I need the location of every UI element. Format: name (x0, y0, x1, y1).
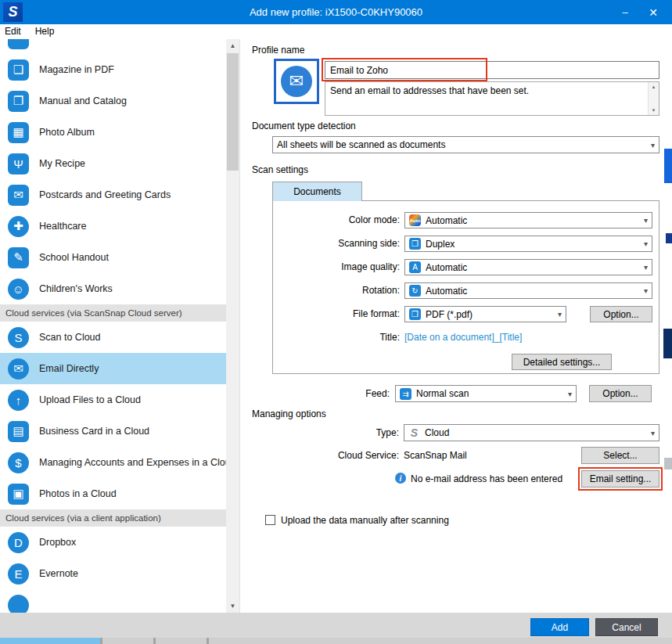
chevron-down-icon: ▾ (644, 239, 648, 248)
scroll-up-icon[interactable]: ▲ (649, 82, 659, 92)
sidebar-section-client-app: Cloud services (via a client application… (0, 509, 227, 527)
minimize-button[interactable]: – (613, 0, 638, 24)
document-type-label: Document type detection (252, 121, 356, 131)
email-setting-button[interactable]: Email setting... (581, 470, 659, 487)
sidebar-item-business-card-cloud[interactable]: ▤ Business Card in a Cloud (0, 416, 227, 447)
background-artifact (664, 458, 672, 470)
profile-description-input[interactable]: Send an email to addresses that have bee… (325, 81, 659, 116)
chevron-down-icon: ▾ (651, 141, 655, 149)
chevron-down-icon: ▾ (568, 390, 572, 398)
sidebar-item-dropbox[interactable]: D Dropbox (0, 527, 227, 558)
chevron-down-icon: ▾ (644, 216, 648, 225)
sidebar-item-evernote[interactable]: E Evernote (0, 558, 227, 589)
sidebar-item-scan-to-cloud[interactable]: S Scan to Cloud (0, 322, 227, 353)
upload-manually-checkbox[interactable] (265, 515, 275, 525)
duplex-icon: ❐ (409, 238, 421, 250)
sidebar-item-photo-album[interactable]: ▦ Photo Album (0, 117, 227, 148)
menu-edit[interactable]: Edit (0, 24, 28, 39)
document-type-select[interactable]: All sheets will be scanned as documents … (272, 136, 659, 153)
photo-album-icon: ▦ (8, 122, 29, 143)
profile-name-input[interactable] (325, 61, 659, 79)
type-label: Type: (287, 424, 399, 441)
chevron-down-icon: ▾ (558, 310, 562, 318)
profile-settings-pane: Profile name ✉ Send an email to addresse… (240, 39, 661, 613)
feed-icon: ⇉ (400, 388, 411, 400)
upload-arrow-icon: ↑ (8, 390, 29, 411)
upload-manually-label[interactable]: Upload the data manually after scanning (281, 514, 449, 527)
info-icon: i (395, 473, 406, 484)
add-new-profile-window: S Add new profile: iX1500-C0KHY90060 – ✕… (0, 0, 672, 644)
smiley-icon: ☺ (8, 279, 29, 300)
cancel-button[interactable]: Cancel (595, 618, 658, 636)
postcard-icon: ✉ (8, 185, 29, 206)
sidebar-item-email-directly[interactable]: ✉ Email Directly (0, 353, 227, 384)
auto-color-icon: Auto (409, 214, 421, 226)
profile-name-label: Profile name (252, 45, 304, 56)
menu-help[interactable]: Help (28, 24, 62, 39)
scan-settings-panel: Color mode: Auto Automatic ▾ Scanning si… (272, 200, 659, 374)
tab-documents[interactable]: Documents (272, 182, 362, 201)
sidebar-item-partial-top[interactable] (0, 39, 227, 54)
rotation-value: Automatic (426, 286, 467, 297)
partial-icon (8, 39, 29, 49)
sidebar-item-healthcare[interactable]: ✚ Healthcare (0, 210, 227, 242)
feed-option-button[interactable]: Option... (589, 385, 652, 402)
profile-email-icon: ✉ (274, 59, 319, 104)
background-artifact (664, 149, 672, 183)
background-artifact (666, 233, 672, 243)
color-mode-select[interactable]: Auto Automatic ▾ (404, 212, 652, 228)
image-quality-value: Automatic (426, 262, 467, 273)
sidebar-item-school-handout[interactable]: ✎ School Handout (0, 242, 227, 273)
rotation-select[interactable]: ↻ Automatic ▾ (404, 282, 652, 299)
sidebar-item-childrens-works[interactable]: ☺ Children's Works (0, 273, 227, 304)
sidebar-item-managing-accounts-cloud[interactable]: $ Managing Accounts and Expenses in a Cl… (0, 447, 227, 478)
close-button[interactable]: ✕ (641, 0, 666, 24)
background-artifact (207, 638, 209, 644)
add-button[interactable]: Add (530, 618, 589, 636)
email-warning-text: No e-mail address has been entered (411, 470, 562, 487)
sidebar-item-my-recipe[interactable]: Ψ My Recipe (0, 148, 227, 179)
photos-icon: ▣ (8, 484, 29, 505)
sidebar-section-cloud-server: Cloud services (via ScanSnap Cloud serve… (0, 304, 227, 322)
title-label: Title: (273, 329, 400, 346)
scrollbar-thumb[interactable] (227, 53, 239, 171)
color-mode-label: Color mode: (273, 212, 400, 228)
dropbox-icon: D (8, 532, 29, 553)
scroll-down-icon[interactable]: ▼ (649, 106, 659, 115)
sidebar-item-partial-bottom[interactable] (0, 589, 227, 613)
type-select[interactable]: S Cloud ▾ (404, 424, 659, 441)
scroll-down-icon[interactable]: ▼ (226, 599, 239, 613)
scansnap-cloud-icon: S (8, 327, 29, 348)
sidebar-item-photos-in-cloud[interactable]: ▣ Photos in a Cloud (0, 478, 227, 509)
window-title: Add new profile: iX1500-C0KHY90060 (0, 0, 672, 24)
background-artifact (663, 329, 672, 358)
detailed-settings-button[interactable]: Detailed settings... (512, 354, 612, 370)
rotation-icon: ↻ (409, 285, 421, 297)
scanning-side-select[interactable]: ❐ Duplex ▾ (404, 236, 652, 252)
sidebar-item-magazine-in-pdf[interactable]: ❏ Magazine in PDF (0, 54, 227, 85)
background-artifact (153, 638, 156, 644)
manual-icon: ❐ (8, 91, 29, 112)
scanning-side-label: Scanning side: (273, 236, 400, 252)
scan-settings-label: Scan settings (252, 164, 308, 175)
recipe-icon: Ψ (8, 153, 29, 174)
scroll-up-icon[interactable]: ▲ (226, 39, 239, 52)
select-service-button[interactable]: Select... (581, 447, 659, 464)
title-format-value: [Date on a document]_[Title] (404, 329, 522, 346)
cloud-service-value: ScanSnap Mail (404, 447, 467, 464)
image-quality-select[interactable]: A Automatic ▾ (404, 259, 652, 275)
document-type-value: All sheets will be scanned as documents (277, 139, 445, 150)
description-scrollbar[interactable]: ▲ ▼ (648, 82, 659, 115)
sidebar-item-upload-files-cloud[interactable]: ↑ Upload Files to a Cloud (0, 384, 227, 416)
sidebar-scrollbar[interactable]: ▲ ▼ (226, 39, 239, 613)
sidebar-item-postcards[interactable]: ✉ Postcards and Greeting Cards (0, 179, 227, 210)
magazine-icon: ❏ (8, 59, 29, 81)
rotation-label: Rotation: (273, 282, 400, 299)
healthcare-cross-icon: ✚ (8, 216, 29, 237)
type-value: Cloud (425, 427, 449, 438)
sidebar-item-manual-and-catalog[interactable]: ❐ Manual and Catalog (0, 85, 227, 117)
file-format-option-button[interactable]: Option... (590, 306, 652, 322)
file-format-select[interactable]: ❒ PDF (*.pdf) ▾ (404, 306, 566, 322)
background-artifact (100, 638, 102, 644)
feed-select[interactable]: ⇉ Normal scan ▾ (395, 385, 577, 402)
